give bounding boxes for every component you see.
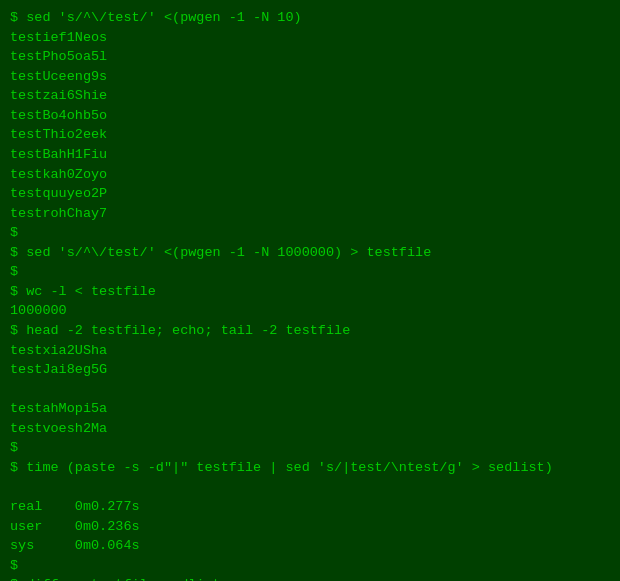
output-line: testkah0Zoyo — [10, 165, 610, 185]
output-line: testBahH1Fiu — [10, 145, 610, 165]
output-line: 1000000 — [10, 301, 610, 321]
terminal: $ sed 's/^\/test/' <(pwgen -1 -N 10)test… — [10, 8, 610, 573]
command-line: $ — [10, 223, 610, 243]
output-line: testPho5oa5l — [10, 47, 610, 67]
command-line: $ — [10, 438, 610, 458]
output-line: testJai8eg5G — [10, 360, 610, 380]
command-line: $ — [10, 556, 610, 576]
command-line: $ time (paste -s -d"|" testfile | sed 's… — [10, 458, 610, 478]
empty-line — [10, 380, 610, 400]
command-line: $ diff -s testfile sedlist — [10, 575, 610, 581]
command-line: $ sed 's/^\/test/' <(pwgen -1 -N 1000000… — [10, 243, 610, 263]
empty-line — [10, 478, 610, 498]
output-line: sys 0m0.064s — [10, 536, 610, 556]
command-line: $ head -2 testfile; echo; tail -2 testfi… — [10, 321, 610, 341]
output-line: testxia2USha — [10, 341, 610, 361]
output-line: testahMopi5a — [10, 399, 610, 419]
command-line: $ sed 's/^\/test/' <(pwgen -1 -N 10) — [10, 8, 610, 28]
command-line: $ wc -l < testfile — [10, 282, 610, 302]
output-line: testUceeng9s — [10, 67, 610, 87]
output-line: user 0m0.236s — [10, 517, 610, 537]
command-line: $ — [10, 262, 610, 282]
output-line: testrohChay7 — [10, 204, 610, 224]
output-line: real 0m0.277s — [10, 497, 610, 517]
output-line: testzai6Shie — [10, 86, 610, 106]
output-line: testBo4ohb5o — [10, 106, 610, 126]
output-line: testquuyeo2P — [10, 184, 610, 204]
output-line: testvoesh2Ma — [10, 419, 610, 439]
output-line: testief1Neos — [10, 28, 610, 48]
output-line: testThio2eek — [10, 125, 610, 145]
